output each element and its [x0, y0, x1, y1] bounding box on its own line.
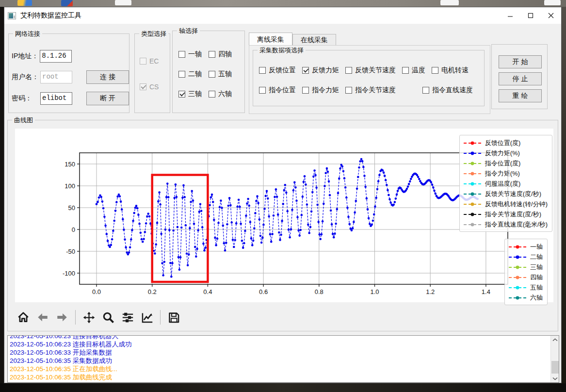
chevron-up-icon: [552, 338, 558, 342]
axis-option-checkbox[interactable]: [178, 91, 185, 98]
desktop-icon[interactable]: [61, 0, 73, 6]
tab-在线采集[interactable]: 在线采集: [292, 34, 336, 46]
plot-canvas[interactable]: 0.00.20.40.60.81.01.21.4150100500-50-100…: [15, 129, 553, 302]
collect-option-指令关节速度[interactable]: 指令关节速度: [345, 86, 396, 95]
scroll-up-button[interactable]: [551, 336, 559, 343]
legend-marker-icon: [508, 285, 527, 290]
desktop-icon-label[interactable]: [440, 0, 459, 5]
collect-option-反馈位置[interactable]: 反馈位置: [259, 66, 296, 75]
forward-button[interactable]: [55, 310, 69, 325]
legend-entry: 反馈关节速度(度/秒): [463, 189, 548, 199]
tab-离线采集[interactable]: 离线采集: [249, 33, 292, 46]
collect-option-反馈关节速度[interactable]: 反馈关节速度: [345, 66, 396, 75]
legend-entry: 反馈力矩(%): [463, 148, 548, 158]
collect-option-反馈力矩[interactable]: 反馈力矩: [302, 66, 339, 75]
legend-marker-icon: [463, 202, 482, 207]
maximize-icon: [528, 13, 534, 18]
legend-label: 反馈电机转速(转/分钟): [485, 200, 548, 209]
scroll-down-button[interactable]: [551, 375, 559, 382]
app-window: 艾利特数据监控工具 网络连接 IP地址： 8.1.26 用户名：: [4, 7, 562, 383]
collect-option-checkbox[interactable]: [259, 67, 266, 74]
pan-icon: [82, 311, 96, 324]
legend-entry: 指令直线速度(毫米/秒): [463, 219, 548, 229]
magnifier-icon: [102, 311, 115, 324]
chevron-down-icon: [552, 377, 558, 380]
axis-option-checkbox[interactable]: [209, 91, 215, 98]
axis-option-checkbox[interactable]: [178, 71, 185, 78]
log-scrollbar[interactable]: [550, 336, 559, 382]
legend-entry: 指令关节速度(度/秒): [463, 209, 548, 219]
maximize-button[interactable]: [520, 7, 541, 24]
log-entry: 2023-12-05-10:06:33 开始采集数据: [10, 348, 549, 357]
axis-option-六轴[interactable]: 六轴: [209, 90, 232, 98]
legend-label: 二轴: [530, 253, 543, 261]
desktop-icon-label[interactable]: [544, 0, 561, 5]
collect-option-label: 反馈位置: [269, 66, 296, 75]
collect-option-指令力矩[interactable]: 指令力矩: [302, 86, 339, 95]
collect-option-checkbox[interactable]: [422, 87, 429, 94]
axis-select-label: 轴选择: [177, 27, 200, 35]
ip-input[interactable]: 8.1.26: [40, 50, 72, 63]
toolbar-separator: [160, 310, 161, 325]
axis-option-label: 一轴: [188, 50, 202, 59]
collect-option-checkbox[interactable]: [302, 87, 309, 94]
collect-option-checkbox[interactable]: [345, 67, 352, 74]
svg-text:0.0: 0.0: [92, 288, 101, 295]
axis-option-二轴[interactable]: 二轴: [178, 70, 202, 79]
save-button[interactable]: [166, 310, 181, 325]
legend-marker-icon: [508, 245, 527, 249]
legend-label: 反馈位置(度): [485, 139, 521, 147]
legend-marker-icon: [508, 265, 527, 270]
redraw-button[interactable]: 重 绘: [499, 89, 542, 102]
zoom-button[interactable]: [101, 310, 115, 325]
collect-option-checkbox[interactable]: [432, 67, 438, 74]
subplots-button[interactable]: [120, 310, 135, 325]
collect-option-checkbox[interactable]: [402, 67, 409, 74]
legend-marker-icon: [463, 181, 482, 186]
close-button[interactable]: [541, 7, 561, 24]
password-input[interactable]: elibot: [40, 92, 72, 105]
axis-option-checkbox[interactable]: [209, 51, 215, 58]
type-select-groupbox: 类型选择 ECCS: [134, 33, 170, 113]
disconnect-button[interactable]: 断 开: [86, 92, 129, 105]
collect-option-label: 电机转速: [441, 66, 469, 75]
legend-label: 六轴: [530, 294, 543, 302]
axis-option-五轴[interactable]: 五轴: [209, 70, 232, 79]
collect-option-指令直线速度[interactable]: 指令直线速度: [422, 86, 473, 95]
legend-marker-icon: [463, 161, 482, 166]
desktop-icon[interactable]: [17, 0, 32, 6]
axis-option-checkbox[interactable]: [178, 51, 185, 58]
svg-text:1.4: 1.4: [482, 288, 490, 295]
floppy-save-icon: [167, 311, 180, 324]
collect-option-指令位置[interactable]: 指令位置: [259, 86, 296, 95]
connect-button[interactable]: 连 接: [86, 70, 129, 84]
scrollbar-thumb[interactable]: [551, 361, 559, 374]
collect-option-checkbox[interactable]: [345, 87, 352, 94]
desktop-icon-label[interactable]: [115, 0, 131, 5]
tab-bar: 离线采集在线采集: [249, 33, 336, 46]
home-icon: [17, 311, 30, 324]
type-option-label: CS: [149, 83, 159, 91]
collect-option-温度[interactable]: 温度: [402, 66, 425, 75]
collect-option-电机转速[interactable]: 电机转速: [432, 66, 469, 75]
legend-marker-icon: [463, 212, 482, 217]
start-button[interactable]: 开 始: [499, 55, 542, 68]
minimize-button[interactable]: [500, 7, 520, 24]
pan-button[interactable]: [81, 310, 96, 325]
axis-option-checkbox[interactable]: [209, 71, 215, 78]
log-area[interactable]: 2023-12-05-10:06:23 连接目标机器人2023-12-05-10…: [7, 335, 559, 383]
home-button[interactable]: [16, 310, 31, 325]
minimize-icon: [507, 13, 513, 18]
axis-option-三轴[interactable]: 三轴: [178, 90, 202, 98]
edit-axes-button[interactable]: [140, 310, 154, 325]
collect-option-checkbox[interactable]: [259, 87, 266, 94]
stop-button[interactable]: 停 止: [499, 72, 542, 85]
legend-label: 指令力矩(%): [485, 169, 520, 178]
log-entry: 2023-12-05-10:06:23 连接目标机器人成功: [10, 340, 549, 348]
axis-option-四轴[interactable]: 四轴: [209, 50, 232, 59]
svg-text:0.4: 0.4: [203, 288, 212, 295]
svg-text:-50: -50: [66, 248, 75, 255]
back-button[interactable]: [35, 310, 50, 325]
collect-option-checkbox[interactable]: [302, 67, 309, 74]
axis-option-一轴[interactable]: 一轴: [178, 50, 202, 59]
